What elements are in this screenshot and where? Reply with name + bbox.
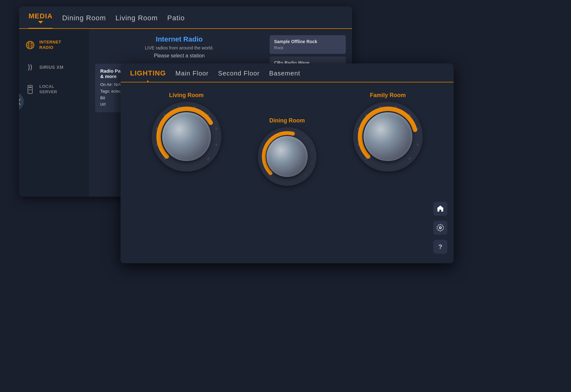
- home-button[interactable]: [433, 202, 447, 216]
- radio-title: Internet Radio: [95, 35, 263, 43]
- globe-icon: [25, 40, 35, 50]
- svg-rect-6: [29, 87, 32, 88]
- living-room-knob-inner: [162, 112, 211, 161]
- dining-room-knob-outer: [258, 127, 317, 186]
- tab-second-floor[interactable]: Second Floor: [218, 70, 260, 82]
- back-panel-tab-bar: MEDIA Dining Room Living Room Patio: [19, 6, 352, 29]
- sidebar-item-sirius-xm[interactable]: )) SIRIUS XM: [19, 58, 89, 76]
- tab-patio[interactable]: Patio: [167, 14, 185, 27]
- tab-media[interactable]: MEDIA: [29, 12, 53, 29]
- station-card-0[interactable]: Sample Offline Rock Rock: [270, 35, 346, 54]
- tab-basement[interactable]: Basement: [269, 70, 300, 82]
- front-panel: LIGHTING Main Floor Second Floor Basemen…: [121, 63, 454, 263]
- help-button[interactable]: ?: [433, 240, 447, 254]
- lighting-content: Living Room: [121, 82, 454, 260]
- sidebar-item-internet-radio[interactable]: INTERNETRADIO: [19, 35, 89, 55]
- station-name-0: Sample Offline Rock: [274, 39, 341, 44]
- family-room-knob[interactable]: [353, 102, 423, 172]
- action-buttons: ?: [433, 202, 447, 254]
- svg-rect-7: [29, 89, 32, 90]
- dining-room-knob[interactable]: [258, 127, 317, 186]
- living-room-label: Living Room: [169, 92, 204, 99]
- family-room-label: Family Room: [370, 92, 406, 99]
- dining-room-label: Dining Room: [269, 117, 305, 124]
- family-room-knob-container: Family Room: [353, 92, 423, 172]
- sidebar-item-local-server[interactable]: LOCALSERVER: [19, 80, 89, 99]
- sidebar-internet-radio-label: INTERNETRADIO: [39, 40, 61, 50]
- sidebar-sirius-label: SIRIUS XM: [39, 65, 63, 70]
- tab-main-floor[interactable]: Main Floor: [175, 70, 208, 82]
- living-room-knob[interactable]: [152, 102, 221, 172]
- sidebar-local-server-label: LOCALSERVER: [39, 84, 57, 95]
- family-room-knob-outer: [353, 102, 423, 172]
- server-icon: [25, 85, 35, 94]
- sirius-icon: )): [25, 62, 35, 72]
- dining-room-knob-inner: [266, 136, 308, 177]
- tab-lighting[interactable]: LIGHTING: [130, 69, 166, 82]
- front-panel-tab-bar: LIGHTING Main Floor Second Floor Basemen…: [121, 63, 454, 82]
- settings-button[interactable]: [433, 221, 447, 235]
- svg-point-46: [440, 227, 441, 228]
- radio-subtitle: LIVE radios from around the world.: [95, 45, 263, 50]
- family-room-knob-inner: [364, 112, 412, 161]
- living-room-knob-outer: [152, 102, 221, 172]
- station-genre-0: Rock: [274, 45, 341, 50]
- radio-prompt: Please select a station: [95, 53, 263, 59]
- living-room-knob-container: Living Room: [152, 92, 221, 172]
- dining-room-knob-container: Dining Room: [258, 117, 317, 186]
- media-sidebar: ❮ INTERNETRADIO )) SIRIUS XM: [19, 29, 89, 197]
- tab-dining-room[interactable]: Dining Room: [62, 14, 106, 27]
- tab-living-room[interactable]: Living Room: [115, 14, 158, 27]
